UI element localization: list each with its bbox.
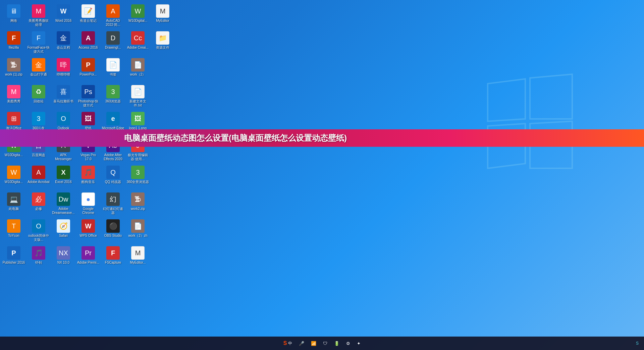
desktop-icon-filezilla[interactable]: Ffilezilla [2, 30, 26, 56]
desktop-icon-dreamweaver[interactable]: DwAdobe Dreamweave... [51, 191, 75, 217]
icon-image-adobecreat: Cc [131, 31, 145, 45]
desktop-icon-360browser[interactable]: 3360浏览器 [101, 84, 125, 110]
desktop-icon-pc[interactable]: 💻此电脑 [2, 191, 26, 217]
desktop-icon-autocad[interactable]: AAutoCAD 2022·简... [101, 3, 125, 29]
icon-image-wps: W [82, 219, 95, 233]
icon-label-apk: APK Messenger [52, 153, 75, 161]
icon-label-jietu: 哔哩哔哩 [57, 73, 70, 77]
desktop-icon-drawing[interactable]: DDrawingI... [101, 30, 125, 56]
icon-image-fscapture: F [106, 246, 120, 260]
icon-label-word: Word 2016 [55, 19, 72, 23]
icon-label-aftereffects: Adobe After Effects 2020 [102, 153, 124, 161]
taskbar-battery[interactable]: 🔋 [332, 340, 341, 347]
taskbar-sogou[interactable]: S 中 [281, 340, 294, 347]
desktop-icon-myeditord[interactable]: MMyEditor... [126, 245, 150, 271]
desktop-icon-access[interactable]: AAccess 2016 [76, 30, 100, 56]
desktop-icon-fscapture[interactable]: FFSCapture [101, 245, 125, 271]
desktop-icon-notes[interactable]: 📝有道云笔记 [76, 3, 100, 29]
icon-label-360browser: 360浏览器 [105, 99, 121, 103]
desktop-icon-excel[interactable]: XExcel 2016 [51, 164, 75, 190]
desktop-icon-myeditor[interactable]: MMyEditor [151, 3, 175, 29]
desktop-icon-word[interactable]: WWord 2016 [51, 3, 75, 29]
desktop-icon-work2[interactable]: 📄work（2） [126, 57, 150, 83]
icon-label-qqbrowser: QQ 对战器 [105, 180, 121, 184]
icon-image-wangluo: 🖥 [7, 4, 20, 18]
desktop-icon-huishou[interactable]: ♻回收站 [26, 84, 51, 110]
icon-image-huandeng: 幻 [106, 192, 120, 206]
icon-label-filezilla: filezilla [9, 46, 19, 50]
icon-image-excel: X [57, 166, 70, 179]
desktop-icon-work1zip[interactable]: 🗜work (1).zip [2, 57, 26, 83]
desktop-icon-jinshanda[interactable]: 金金山打字通 [26, 57, 51, 83]
desktop-icon-powerpoint[interactable]: PPowerPoi... [76, 57, 100, 83]
icon-image-work2zip: 🗜 [131, 192, 145, 206]
desktop-icon-obs[interactable]: ⚫OBS Studio [101, 218, 125, 244]
icon-image-access: A [82, 31, 95, 45]
icon-image-jinshanda: 金 [32, 58, 45, 72]
icon-label-access: Access 2016 [78, 46, 98, 50]
desktop-icon-outlook_ch[interactable]: Ooutlook简体中文版... [26, 218, 51, 244]
taskbar-network[interactable]: 📶 [309, 340, 318, 347]
icon-image-autocad: A [106, 4, 120, 18]
icon-image-work1zip: 🗜 [7, 58, 20, 72]
icon-label-formatface: FormatFace·快捷方式 [27, 46, 50, 54]
desktop-icon-wps[interactable]: WWPS Office [76, 218, 100, 244]
icon-label-huishou: 回收站 [34, 99, 44, 103]
desktop-icon-jiantou[interactable]: 🎵钎钊 [26, 245, 51, 271]
desktop-icon-nx[interactable]: NXNX 10.0 [51, 245, 75, 271]
desktop-icon-wangluo[interactable]: 🖥网络 [2, 3, 26, 29]
icon-label-acrobat: Adobe Acrobat [28, 180, 50, 184]
taskbar-mic[interactable]: 🎤 [297, 340, 306, 347]
icon-image-nx: NX [57, 246, 70, 260]
taskbar-settings[interactable]: ⚙ [344, 340, 352, 347]
desktop-icon-bixiu[interactable]: 必必修 [26, 191, 51, 217]
desktop-icon-jinshan_wen[interactable]: 金金山文档 [51, 30, 75, 56]
icon-image-shuqian: 📄 [106, 58, 120, 72]
desktop-icon-neteasy[interactable]: 🎵酷狗音乐 [76, 164, 100, 190]
icon-label-meituxiu2: 美图秀秀微软处理 [27, 19, 50, 27]
desktop-icon-huandeng[interactable]: 幻幻灯速幻灯速器 [101, 191, 125, 217]
icon-label-ziyuan: 资源文件 [156, 46, 169, 50]
icon-image-notes: 📝 [82, 4, 95, 18]
icon-label-dreamweaver: Adobe Dreamweave... [52, 207, 75, 215]
icon-image-logo: 🖼 [131, 112, 145, 125]
desktop-icon-premiere[interactable]: PrAdobe Premi... [76, 245, 100, 271]
desktop-icon-photoshop[interactable]: PsPhotoshop·快捷方式 [76, 84, 100, 110]
desktop-icon-360quanjing[interactable]: 3360全景浏览器 [126, 164, 150, 190]
desktop-icon-safari[interactable]: 🧭Safari [51, 218, 75, 244]
icon-image-word: W [57, 4, 70, 18]
desktop-icon-work2zh[interactable]: 📄work（2）zh [126, 218, 150, 244]
taskbar-security[interactable]: 🛡 [321, 340, 329, 347]
desktop-icon-jietu[interactable]: 哔哔哩哔哩 [51, 57, 75, 83]
desktop-icon-jianzhuti[interactable]: 📄新建文本文件.txt [126, 84, 150, 110]
desktop-icon-toycon[interactable]: TToYcon [2, 218, 26, 244]
desktop-icon-acrobat[interactable]: AAdobe Acrobat [26, 164, 51, 190]
icon-label-bixiu: 必修 [35, 207, 42, 211]
desktop-icon-formatface[interactable]: FFormatFace·快捷方式 [26, 30, 51, 56]
taskbar-misc[interactable]: ✦ [355, 340, 363, 347]
icon-image-pc: 💻 [7, 192, 20, 206]
desktop-icon-meituxiu[interactable]: M美图秀秀 [2, 84, 26, 110]
icon-image-photoshop: Ps [82, 85, 95, 98]
icon-label-jiguang: 极光专用编辑器·使用... [126, 153, 149, 161]
icon-label-fscapture: FSCapture [105, 261, 121, 265]
desktop-icon-shuqian[interactable]: 📄书签 [101, 57, 125, 83]
icon-label-drawing: DrawingI... [105, 46, 121, 50]
icon-label-excel: Excel 2016 [55, 180, 71, 184]
desktop-icon-ziyuan[interactable]: 📁资源文件 [151, 30, 175, 56]
desktop-icon-work2zip[interactable]: 🗜work2.zip [126, 191, 150, 217]
icon-label-adobecreat: Adobe Creai... [127, 46, 149, 50]
icon-image-w10dig2: W [7, 166, 20, 179]
desktop-icon-mamatui[interactable]: 喜喜马拉雅听书 [51, 84, 75, 110]
icon-image-meituxiu: M [7, 85, 20, 98]
desktop-icon-meituxiu2[interactable]: M美图秀秀微软处理 [26, 3, 51, 29]
desktop-icon-publisher[interactable]: PPublisher 2016 [2, 245, 26, 271]
desktop-icon-adobecreat[interactable]: CcAdobe Creai... [126, 30, 150, 56]
desktop-icon-w10dig3[interactable]: WW10Digital... [126, 3, 150, 29]
desktop-icon-w10dig2[interactable]: WW10Digita... [2, 164, 26, 190]
desktop-icon-qqbrowser[interactable]: QQQ 对战器 [101, 164, 125, 190]
desktop-icon-chrome[interactable]: ●Google Chrome [76, 191, 100, 217]
banner-text: 电脑桌面壁纸动态图怎么设置(电脑桌面壁纸怎么设置动态壁纸) [124, 133, 347, 143]
icon-label-mamatui: 喜马拉雅听书 [53, 99, 73, 103]
icon-label-safari: Safari [59, 234, 68, 238]
